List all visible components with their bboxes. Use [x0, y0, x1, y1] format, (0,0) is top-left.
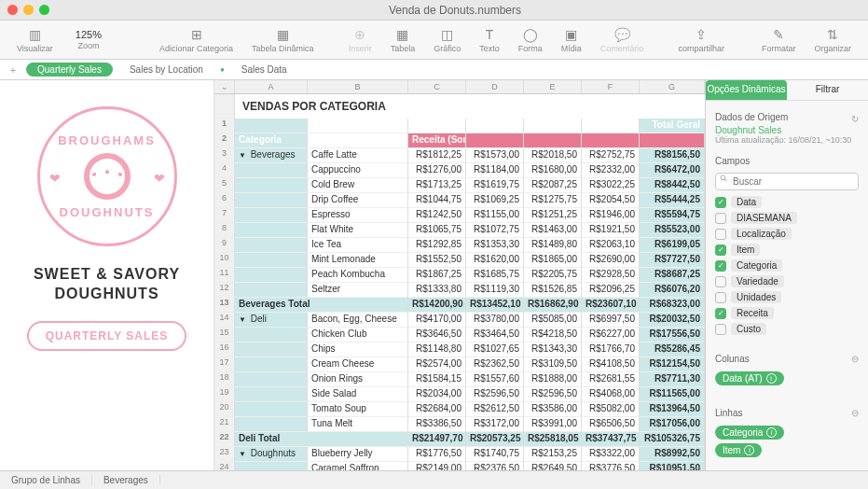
table-button[interactable]: ▦Tabela: [385, 26, 421, 53]
row-group-label: Grupo de Linhas: [0, 475, 92, 485]
text-button[interactable]: TTexto: [474, 26, 505, 53]
field-checkbox[interactable]: ✓Item: [715, 242, 859, 258]
table-row[interactable]: 13Beverages TotalR$14200,90R$13452,10R$1…: [214, 298, 705, 313]
field-checkbox[interactable]: DIASEMANA: [715, 210, 859, 226]
row-pill[interactable]: Itemi: [715, 443, 762, 457]
table-row[interactable]: 5Cold BrewR$1713,25R$1619,75R$2087,25R$3…: [214, 178, 705, 193]
table-title: VENDAS POR CATEGORIA: [235, 94, 393, 119]
share-button[interactable]: ⇪compartilhar: [672, 26, 730, 53]
view-button[interactable]: ▥Visualizar: [11, 26, 59, 53]
media-button[interactable]: ▣Mídia: [556, 26, 587, 53]
field-checkbox[interactable]: Unidades: [715, 289, 859, 305]
shape-button[interactable]: ◯Forma: [513, 26, 548, 53]
toolbar: ▥Visualizar 125%Zoom ⊞Adicionar Categori…: [0, 21, 868, 60]
field-checkbox[interactable]: ✓Categoria: [715, 258, 859, 273]
last-update: Última atualização: 16/08/21, ~10:30: [715, 135, 859, 145]
add-sheet-icon[interactable]: +: [6, 64, 21, 76]
table-row[interactable]: 19Side SaladR$2034,00R$2596,50R$2596,50R…: [214, 387, 705, 402]
brand-logo: BROUGHAMS ❤ ❤ DOUGHNUTS: [37, 106, 177, 246]
comment-button[interactable]: 💬Comentário: [595, 26, 650, 53]
close-icon[interactable]: [7, 5, 18, 15]
field-search-input[interactable]: [715, 173, 859, 190]
canvas-left: BROUGHAMS ❤ ❤ DOUGHNUTS SWEET & SAVORYDO…: [0, 80, 214, 470]
field-checkbox[interactable]: Localização: [715, 226, 859, 242]
organize-button[interactable]: ⇅Organizar: [809, 26, 858, 53]
table-row[interactable]: 17Cream CheeseR$2574,00R$2362,50R$3109,5…: [214, 357, 705, 372]
select-all-corner[interactable]: ⌄: [214, 80, 235, 93]
heart-icon: ❤: [49, 171, 61, 186]
heart-icon: ❤: [154, 171, 165, 186]
field-checkbox[interactable]: Variedade: [715, 273, 859, 289]
table-row[interactable]: 15Chicken ClubR$3646,50R$3464,50R$4218,5…: [214, 328, 705, 342]
sheet-tabs: + Quarterly Sales Sales by Location ● Sa…: [0, 60, 868, 80]
chart-button[interactable]: ◫Gráfico: [428, 26, 466, 53]
source-link[interactable]: Doughnut Sales: [715, 125, 859, 135]
add-category-button[interactable]: ⊞Adicionar Categoria: [154, 26, 239, 53]
pivot-button[interactable]: ▦Tabela Dinâmica: [246, 26, 320, 53]
table-row[interactable]: 7EspressoR$1242,50R$1155,00R$1251,25R$19…: [214, 208, 705, 223]
donut-icon: [84, 153, 131, 200]
table-row[interactable]: 22Deli TotalR$21497,70R$20573,25R$25818,…: [214, 432, 705, 447]
spreadsheet[interactable]: ⌄ A B C D E F G VENDAS POR CATEGORIA 1Da…: [214, 80, 705, 470]
insert-button[interactable]: ⊕Inserir: [343, 26, 378, 53]
window-title: Venda de Donuts.numbers: [49, 4, 861, 17]
tab-sales-data[interactable]: Sales Data: [230, 63, 298, 77]
format-button[interactable]: ✎Formatar: [756, 26, 802, 53]
table-row[interactable]: 18Onion RingsR$1584,15R$1557,60R$1888,00…: [214, 372, 705, 387]
table-row[interactable]: 10Mint LemonadeR$1552,50R$1620,00R$1865,…: [214, 253, 705, 268]
active-dot-icon: ●: [220, 65, 225, 74]
remove-icon[interactable]: ⊖: [851, 354, 859, 364]
table-row[interactable]: 11Peach KombuchaR$1867,25R$1685,75R$2205…: [214, 268, 705, 283]
remove-icon[interactable]: ⊖: [851, 408, 859, 418]
table-row[interactable]: 23▼ DoughnutsBlueberry JellyR$1776,50R$1…: [214, 447, 705, 462]
row-group-value: Beverages: [92, 475, 160, 485]
table-row[interactable]: 4CappuccinoR$1276,00R$1184,00R$1680,00R$…: [214, 163, 705, 178]
table-row[interactable]: 16ChipsR$1148,80R$1027,65R$1343,30R$1766…: [214, 342, 705, 357]
refresh-icon[interactable]: ↻: [851, 114, 859, 124]
brand-tagline: SWEET & SAVORYDOUGHNUTS: [34, 265, 180, 304]
tab-sales-by-location[interactable]: Sales by Location: [118, 63, 214, 77]
field-checkbox[interactable]: ✓Data: [715, 194, 859, 210]
table-row[interactable]: 1Data (AT)2021-Trim. 12021-Trim. 22021-T…: [214, 119, 705, 133]
maximize-icon[interactable]: [39, 5, 49, 15]
table-row[interactable]: 14▼ DeliBacon, Egg, CheeseR$4170,00R$378…: [214, 313, 705, 328]
tab-quarterly-sales[interactable]: Quarterly Sales: [26, 63, 113, 77]
table-row[interactable]: 20Tomato SoupR$2684,00R$2612,50R$3586,00…: [214, 402, 705, 417]
zoom-button[interactable]: 125%Zoom: [66, 29, 111, 50]
window-controls[interactable]: [7, 5, 49, 15]
tab-pivot-options[interactable]: Opções Dinâmicas: [706, 80, 787, 100]
table-row[interactable]: 6Drip CoffeeR$1044,75R$1069,25R$1275,75R…: [214, 193, 705, 208]
row-pill[interactable]: Categoriai: [715, 426, 784, 440]
table-row[interactable]: 12SeltzerR$1333,80R$1119,30R$1526,85R$20…: [214, 283, 705, 298]
tab-filter[interactable]: Filtrar: [787, 80, 868, 100]
minimize-icon[interactable]: [23, 5, 34, 15]
field-checkbox[interactable]: ✓Receita: [715, 305, 859, 321]
quarterly-sales-badge: QUARTERLY SALES: [27, 321, 187, 351]
inspector-panel: Opções Dinâmicas Filtrar Dados de Origem…: [705, 80, 868, 470]
table-row[interactable]: 3▼ BeveragesCaffe LatteR$1812,25R$1573,0…: [214, 148, 705, 163]
table-row[interactable]: 9Ice TeaR$1292,85R$1353,30R$1489,80R$206…: [214, 238, 705, 253]
column-headers[interactable]: ⌄ A B C D E F G: [214, 80, 705, 94]
footer: Grupo de Linhas Beverages: [0, 470, 868, 489]
table-row[interactable]: 2CategoriaItemReceita (Soma): [214, 133, 705, 148]
field-checkbox[interactable]: Custo: [715, 321, 859, 337]
table-row[interactable]: 24Caramel SaffronR$2149,00R$2376,50R$264…: [214, 462, 705, 470]
column-pill[interactable]: Data (AT)i: [715, 371, 784, 385]
table-row[interactable]: 21Tuna MeltR$3386,50R$3172,00R$3991,00R$…: [214, 417, 705, 432]
table-row[interactable]: 8Flat WhiteR$1065,75R$1072,75R$1463,00R$…: [214, 223, 705, 238]
